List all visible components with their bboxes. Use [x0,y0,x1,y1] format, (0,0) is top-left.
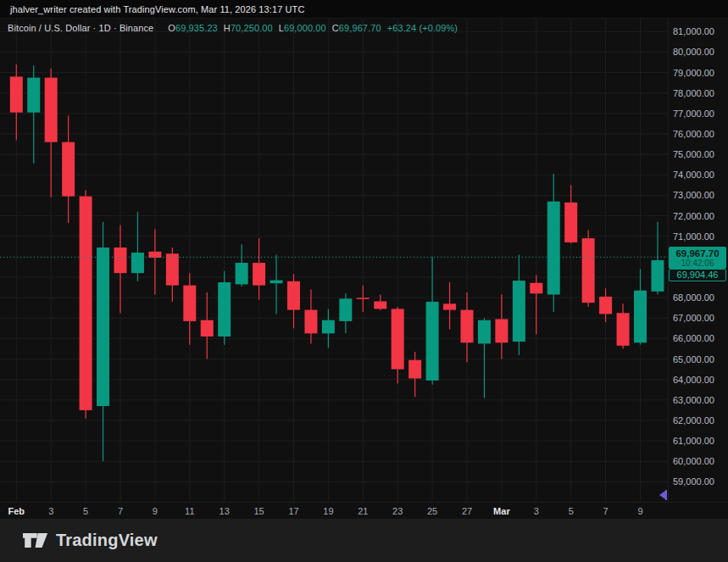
price-scale-label[interactable]: 77,000.00 [673,109,714,119]
price-scale-label[interactable]: 62,000.00 [673,415,714,426]
candle-body [495,319,508,342]
price-scale-label[interactable]: 76,000.00 [673,129,714,139]
footer: TradingView [0,519,728,562]
attribution-bar: jhalver_writer created with TradingView.… [0,0,728,19]
candle-body [513,281,525,342]
price-scale-label[interactable]: 74,000.00 [673,170,714,180]
price-scale-label[interactable]: 81,000.00 [673,26,714,36]
symbol-legend[interactable]: Bitcoin / U.S. Dollar · 1D · BinanceO69,… [8,23,458,36]
candle-body [218,282,231,337]
candle-body [617,313,630,346]
candle-body [651,260,664,292]
candle-body [287,281,300,310]
time-scale-label[interactable]: 25 [427,506,437,516]
scroll-left-arrow-icon[interactable] [659,490,670,500]
price-scale-label[interactable]: 61,000.00 [673,436,714,446]
price-scale-label[interactable]: 63,000.00 [673,395,714,405]
tradingview-logo-icon [23,532,48,548]
candle-body [599,297,612,314]
candlestick-canvas[interactable] [0,19,728,519]
candle-body [322,320,335,334]
time-scale-label[interactable]: 13 [220,506,230,516]
price-scale-label[interactable]: 66,000.00 [673,333,714,343]
plot-area [0,19,681,502]
tradingview-wordmark: TradingView [56,531,158,550]
ohlc-key: C [332,23,339,33]
time-scale-label[interactable]: 5 [569,506,574,516]
candle-body [339,298,352,321]
candle-body [62,142,75,197]
candle-body [97,248,109,406]
time-scale-label[interactable]: 17 [288,506,298,516]
candle-body [461,310,474,343]
candle-body [166,253,179,285]
price-scale-label[interactable]: 72,000.00 [673,211,714,221]
price-scale-label[interactable]: 80,000.00 [673,47,714,57]
price-scale-label[interactable]: 65,000.00 [673,354,714,364]
candle-body [253,263,265,286]
time-scale-label[interactable]: 21 [358,506,368,516]
candle-body [131,253,144,273]
time-scale-label[interactable]: 15 [253,506,264,516]
ohlc-value: 69,000.00 [284,23,326,33]
candle-body [478,320,491,344]
candle-body [45,78,58,142]
candle-body [201,320,214,337]
arrow-triangle [659,491,665,499]
candle-body [236,263,248,284]
time-scale-label[interactable]: 3 [48,506,53,516]
candle-body [80,197,92,410]
arrow-bar [665,490,667,500]
price-scale-label[interactable]: 68,000.00 [673,292,714,303]
candle-body [10,76,23,112]
candle-body [547,202,560,295]
candle-body [270,281,283,284]
secondary-price-badge: 69,904.46 [669,269,726,281]
ohlc-values: O69,935.23H70,250.00L69,000.00C69,967.70 [162,23,381,33]
price-scale-label[interactable]: 59,000.00 [673,476,714,487]
price-scale-label[interactable]: 60,000.00 [673,456,714,466]
price-scale-label[interactable]: 73,000.00 [673,190,714,200]
ohlc-value: 69,935.23 [175,23,218,33]
time-scale-label[interactable]: 9 [153,506,158,516]
candle-body [426,302,439,381]
time-scale-label[interactable]: 11 [185,506,194,516]
time-scale-label[interactable]: 27 [462,506,472,516]
candle-body [357,298,370,299]
time-scale-label[interactable]: 23 [392,506,403,516]
price-scale-label[interactable]: 79,000.00 [673,68,714,78]
candle-body [530,283,542,294]
attribution-text: jhalver_writer created with TradingView.… [10,4,304,14]
price-scale-label[interactable]: 67,000.00 [673,313,714,323]
symbol-title[interactable]: Bitcoin / U.S. Dollar · 1D · Binance [8,23,153,33]
change-value: +63.24 (+0.09%) [387,23,458,33]
time-scale-label[interactable]: Feb [8,506,25,516]
time-scale-label[interactable]: 19 [323,506,333,516]
price-scale-label[interactable]: 64,000.00 [673,375,714,385]
price-scale-label[interactable]: 71,000.00 [673,231,714,242]
bar-countdown: 10:42:06 [669,259,726,268]
candle-body [443,303,456,309]
time-scale-label[interactable]: Mar [493,506,510,516]
candle-body [114,248,127,273]
time-scale-label[interactable]: 9 [637,506,642,516]
candle-body [183,286,196,321]
last-price-badge: 69,967.70 10:42:06 [669,247,726,269]
price-scale-label[interactable]: 78,000.00 [673,88,714,98]
time-scale-label[interactable]: 7 [603,506,609,516]
candle-body [564,203,577,242]
time-scale-label[interactable]: 5 [83,506,88,516]
candle-body [27,78,40,113]
chart-pane[interactable]: Bitcoin / U.S. Dollar · 1D · BinanceO69,… [0,19,728,519]
time-scale-label[interactable]: 7 [118,506,123,516]
candle-body [148,252,161,258]
price-scale-label[interactable]: 75,000.00 [673,149,714,159]
ohlc-key: H [224,23,231,33]
ohlc-key: O [168,23,175,33]
time-scale-label[interactable]: 3 [534,506,539,516]
candle-body [582,238,595,303]
candle-body [634,291,647,343]
candle-body [374,301,386,309]
ohlc-value: 69,967.70 [339,23,381,33]
ohlc-value: 70,250.00 [231,23,273,33]
